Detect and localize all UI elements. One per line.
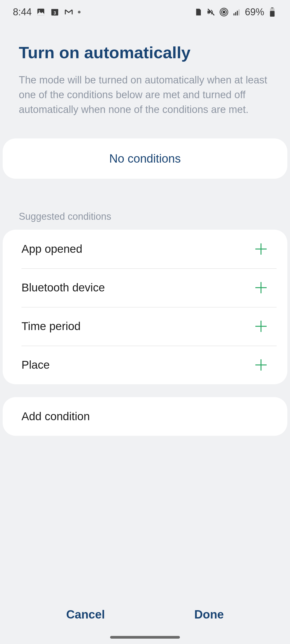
gmail-icon bbox=[64, 7, 74, 17]
svg-rect-14 bbox=[270, 11, 275, 17]
suggestion-label: Time period bbox=[21, 320, 81, 333]
battery-percentage: 69% bbox=[245, 6, 264, 18]
status-bar: 8:44 3 69% bbox=[0, 0, 290, 24]
battery-icon bbox=[267, 7, 277, 17]
svg-point-5 bbox=[223, 11, 225, 13]
suggestion-time-period[interactable]: Time period bbox=[3, 307, 287, 346]
sd-card-icon bbox=[193, 7, 203, 17]
add-condition-button[interactable]: Add condition bbox=[3, 397, 287, 436]
add-condition-label: Add condition bbox=[21, 410, 90, 423]
suggested-conditions-list: App opened Bluetooth device Time period … bbox=[3, 230, 287, 384]
page-header: Turn on automatically The mode will be t… bbox=[0, 43, 290, 128]
plus-icon bbox=[253, 357, 269, 372]
svg-rect-9 bbox=[235, 12, 236, 16]
page-description: The mode will be turned on automatically… bbox=[19, 73, 271, 117]
suggestion-bluetooth-device[interactable]: Bluetooth device bbox=[3, 268, 287, 307]
suggestion-label: Place bbox=[21, 358, 50, 371]
plus-icon bbox=[253, 319, 269, 334]
svg-point-1 bbox=[39, 10, 40, 12]
plus-icon bbox=[253, 241, 269, 257]
done-button[interactable]: Done bbox=[178, 602, 240, 627]
conditions-card[interactable]: No conditions bbox=[3, 138, 287, 179]
svg-rect-8 bbox=[233, 13, 234, 16]
photos-icon bbox=[36, 7, 46, 17]
suggestion-place[interactable]: Place bbox=[3, 346, 287, 384]
status-bar-right: 69% bbox=[193, 6, 277, 18]
hotspot-icon bbox=[219, 7, 229, 17]
page-content: Turn on automatically The mode will be t… bbox=[0, 24, 290, 593]
calendar-icon: 3 bbox=[50, 7, 60, 17]
suggested-conditions-header: Suggested conditions bbox=[0, 179, 290, 230]
vibrate-icon bbox=[206, 7, 216, 17]
svg-rect-11 bbox=[238, 9, 240, 16]
suggestion-label: App opened bbox=[21, 243, 82, 255]
page-title: Turn on automatically bbox=[19, 43, 271, 62]
nav-handle[interactable] bbox=[110, 636, 180, 639]
status-time: 8:44 bbox=[13, 6, 32, 18]
svg-rect-10 bbox=[237, 11, 238, 16]
svg-rect-12 bbox=[271, 8, 274, 8]
svg-text:3: 3 bbox=[54, 11, 56, 15]
suggestion-app-opened[interactable]: App opened bbox=[3, 230, 287, 268]
status-bar-left: 8:44 3 bbox=[13, 6, 81, 18]
no-conditions-label: No conditions bbox=[109, 152, 181, 165]
suggestion-label: Bluetooth device bbox=[21, 281, 105, 294]
signal-icon bbox=[232, 7, 242, 17]
cancel-button[interactable]: Cancel bbox=[50, 602, 121, 627]
plus-icon bbox=[253, 280, 269, 295]
notification-dot bbox=[78, 11, 81, 13]
